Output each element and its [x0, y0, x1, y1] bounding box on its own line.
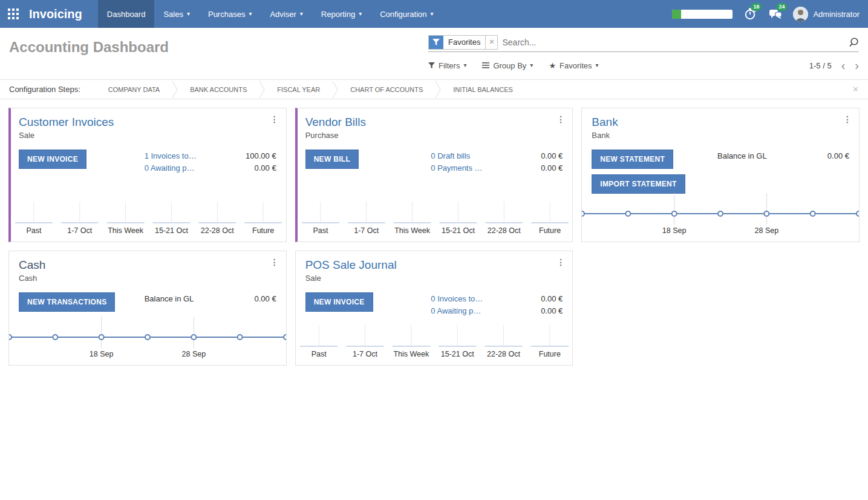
chat-badge: 24 [776, 3, 787, 11]
kebab-menu-icon[interactable]: ⋮ [556, 257, 565, 267]
group-by-label: Group By [493, 61, 526, 70]
menu-configuration[interactable]: Configuration ▾ [371, 0, 442, 28]
chevron-separator-icon [172, 81, 178, 99]
svg-text:Past: Past [311, 350, 327, 358]
search-icon[interactable] [848, 37, 859, 48]
step-chart-of-accounts[interactable]: CHART OF ACCOUNTS [338, 86, 435, 93]
amount: 0.00 € [255, 294, 276, 304]
menu-reporting[interactable]: Reporting ▾ [312, 0, 371, 28]
menu-configuration-label: Configuration [380, 10, 426, 19]
pager-value: 1-5 / 5 [809, 61, 832, 70]
new-statement-button[interactable]: NEW STATEMENT [592, 150, 673, 169]
messaging-button[interactable]: 24 [768, 6, 783, 22]
menu-purchases[interactable]: Purchases ▾ [199, 0, 261, 28]
menu-dashboard[interactable]: Dashboard [98, 0, 155, 28]
kebab-menu-icon[interactable]: ⋮ [843, 114, 852, 124]
journal-line-graph[interactable]: 18 Sep28 Sep [582, 193, 859, 238]
filter-funnel-icon [428, 62, 435, 69]
svg-text:22-28 Oct: 22-28 Oct [201, 226, 234, 235]
awaiting-payments-link[interactable]: 0 Awaiting p… [145, 163, 195, 173]
facet-label: Favorites [443, 36, 485, 49]
svg-text:15-21 Oct: 15-21 Oct [155, 226, 188, 235]
apps-grid-glyph [8, 8, 19, 20]
chevron-separator-icon [332, 81, 338, 99]
search-area: Favorites ✕ Filters ▾ [428, 34, 859, 79]
menu-purchases-label: Purchases [208, 10, 245, 19]
caret-down-icon: ▾ [596, 62, 599, 68]
svg-text:1-7 Oct: 1-7 Oct [354, 226, 379, 235]
avatar [793, 7, 808, 22]
group-by-button[interactable]: Group By ▾ [482, 61, 533, 70]
filters-label: Filters [439, 61, 460, 70]
close-icon[interactable]: ✕ [852, 85, 859, 94]
card-title[interactable]: Customer Invoices [19, 116, 276, 129]
new-bill-button[interactable]: NEW BILL [305, 150, 359, 169]
menu-sales[interactable]: Sales ▾ [154, 0, 199, 28]
chevron-separator-icon [435, 81, 441, 99]
draft-bills-link[interactable]: 0 Draft bills [431, 151, 470, 161]
next-page-icon[interactable]: › [855, 59, 859, 71]
card-title[interactable]: Cash [19, 258, 276, 272]
remove-facet-icon[interactable]: ✕ [485, 36, 497, 49]
app-brand[interactable]: Invoicing [27, 0, 98, 28]
svg-text:1-7 Oct: 1-7 Oct [353, 350, 378, 358]
svg-text:Future: Future [538, 350, 560, 358]
kebab-menu-icon[interactable]: ⋮ [270, 114, 279, 124]
new-transactions-button[interactable]: NEW TRANSACTIONS [19, 292, 115, 312]
svg-text:28 Sep: 28 Sep [182, 350, 206, 358]
journal-bar-graph[interactable]: Past1-7 OctThis Week15-21 Oct22-28 OctFu… [11, 200, 286, 238]
chevron-separator-icon [259, 81, 265, 99]
caret-down-icon: ▾ [463, 62, 466, 68]
card-title[interactable]: POS Sale Journal [305, 258, 563, 272]
card-subtitle: Sale [19, 131, 276, 140]
timer-button[interactable]: 16 [742, 6, 758, 22]
journal-line-graph[interactable]: 18 Sep28 Sep [9, 317, 286, 361]
import-statement-button[interactable]: IMPORT STATEMENT [592, 174, 685, 194]
card-subtitle: Sale [305, 274, 563, 283]
top-navbar: Invoicing Dashboard Sales ▾ Purchases ▾ … [0, 0, 868, 28]
step-bank-accounts[interactable]: BANK ACCOUNTS [178, 86, 259, 93]
amount: 0.00 € [541, 306, 563, 316]
search-facet: Favorites ✕ [428, 35, 498, 50]
svg-text:Future: Future [252, 226, 274, 235]
card-pos-sale-journal: ⋮ POS Sale Journal Sale NEW INVOICE 0 In… [295, 251, 573, 366]
payments-link[interactable]: 0 Payments … [431, 163, 482, 173]
balance-label: Balance in GL [145, 294, 194, 304]
svg-text:15-21 Oct: 15-21 Oct [442, 226, 475, 235]
invoices-to-validate-link[interactable]: 0 Invoices to… [431, 294, 483, 304]
card-bank: ⋮ Bank Bank NEW STATEMENT IMPORT STATEME… [581, 108, 860, 242]
svg-text:18 Sep: 18 Sep [90, 350, 114, 358]
step-company-data[interactable]: COMPANY DATA [96, 86, 172, 93]
awaiting-payments-link[interactable]: 0 Awaiting p… [431, 306, 481, 316]
favorites-label: Favorites [560, 61, 592, 70]
apps-grid-icon[interactable] [0, 0, 27, 28]
new-invoice-button[interactable]: NEW INVOICE [305, 292, 373, 312]
journal-bar-graph[interactable]: Past1-7 OctThis Week15-21 Oct22-28 OctFu… [298, 200, 573, 238]
invoices-to-validate-link[interactable]: 1 Invoices to… [145, 151, 197, 161]
card-customer-invoices: ⋮ Customer Invoices Sale NEW INVOICE 1 I… [8, 108, 287, 242]
search-input[interactable] [502, 38, 848, 47]
prev-page-icon[interactable]: ‹ [841, 59, 846, 71]
favorites-button[interactable]: ★ Favorites ▾ [549, 61, 598, 70]
step-fiscal-year[interactable]: FISCAL YEAR [265, 86, 332, 93]
filters-button[interactable]: Filters ▾ [428, 61, 466, 70]
step-initial-balances[interactable]: INITIAL BALANCES [441, 86, 525, 93]
menu-dashboard-label: Dashboard [107, 10, 146, 19]
new-invoice-button[interactable]: NEW INVOICE [19, 150, 86, 169]
balance-label: Balance in GL [717, 151, 767, 161]
kebab-menu-icon[interactable]: ⋮ [270, 257, 279, 267]
kebab-menu-icon[interactable]: ⋮ [556, 114, 565, 124]
svg-text:Past: Past [26, 226, 42, 235]
control-panel: Accounting Dashboard Favorites ✕ [0, 28, 868, 79]
pager: 1-5 / 5 ‹ › [809, 59, 859, 71]
journal-bar-graph[interactable]: Past1-7 OctThis Week15-21 Oct22-28 OctFu… [296, 324, 573, 361]
card-title[interactable]: Vendor Bills [305, 116, 563, 129]
progress-bar-fill [672, 10, 681, 19]
user-menu[interactable]: Administrator [793, 7, 860, 22]
progress-bar[interactable] [672, 10, 733, 19]
menu-adviser[interactable]: Adviser ▾ [261, 0, 312, 28]
card-subtitle: Purchase [305, 131, 563, 140]
caret-down-icon: ▾ [359, 11, 362, 17]
card-title[interactable]: Bank [592, 116, 849, 129]
systray: 16 24 Administrator [672, 0, 868, 28]
